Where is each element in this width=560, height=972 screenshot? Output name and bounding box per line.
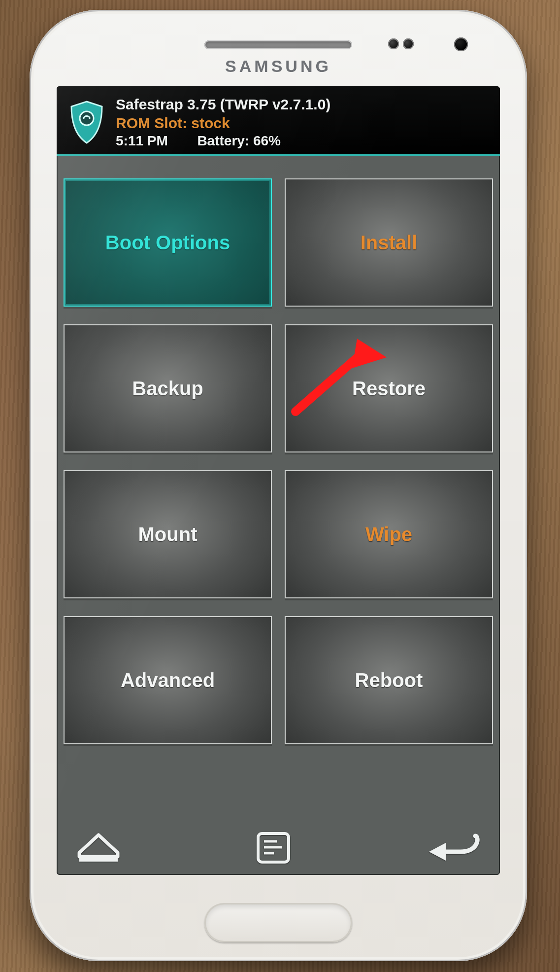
tile-label: Boot Options	[105, 232, 230, 254]
brand-logo: SAMSUNG	[225, 57, 331, 76]
home-icon[interactable]	[76, 828, 121, 868]
tile-boot-options[interactable]: Boot Options	[64, 178, 272, 307]
tile-mount[interactable]: Mount	[64, 470, 272, 598]
svg-rect-3	[79, 857, 118, 862]
svg-marker-8	[429, 843, 446, 861]
app-title: Safestrap 3.75 (TWRP v2.7.1.0)	[116, 95, 330, 114]
tile-reboot[interactable]: Reboot	[285, 616, 493, 744]
tile-label: Restore	[352, 378, 426, 400]
battery-level: Battery: 66%	[197, 133, 281, 148]
tile-backup[interactable]: Backup	[64, 324, 272, 452]
screen: Safestrap 3.75 (TWRP v2.7.1.0) ROM Slot:…	[57, 86, 500, 875]
tile-label: Advanced	[121, 669, 215, 692]
proximity-sensors	[388, 38, 414, 50]
earpiece-speaker	[204, 40, 352, 49]
main-menu-grid: Boot Options Install Backup Restore Moun…	[57, 156, 500, 754]
tile-label: Mount	[138, 523, 198, 546]
front-camera	[454, 37, 468, 51]
tile-advanced[interactable]: Advanced	[64, 616, 272, 744]
tile-label: Install	[361, 232, 418, 254]
phone-chassis: SAMSUNG Safestrap 3.75 (TWRP v2.7.1.0) R…	[30, 10, 527, 961]
tile-install[interactable]: Install	[285, 178, 493, 307]
header-bar: Safestrap 3.75 (TWRP v2.7.1.0) ROM Slot:…	[57, 86, 500, 156]
bottom-nav	[57, 821, 500, 875]
clock-time: 5:11 PM	[116, 133, 168, 148]
tile-restore[interactable]: Restore	[285, 324, 493, 452]
rom-slot-label: ROM Slot: stock	[116, 114, 330, 133]
terminal-log-icon[interactable]	[255, 830, 292, 866]
shield-icon	[67, 100, 106, 145]
tile-label: Backup	[132, 378, 203, 400]
tile-label: Reboot	[355, 669, 423, 692]
back-icon[interactable]	[426, 829, 480, 867]
svg-point-0	[80, 111, 94, 125]
hardware-home-button[interactable]	[204, 903, 352, 942]
tile-wipe[interactable]: Wipe	[285, 470, 493, 598]
tile-label: Wipe	[365, 523, 412, 546]
